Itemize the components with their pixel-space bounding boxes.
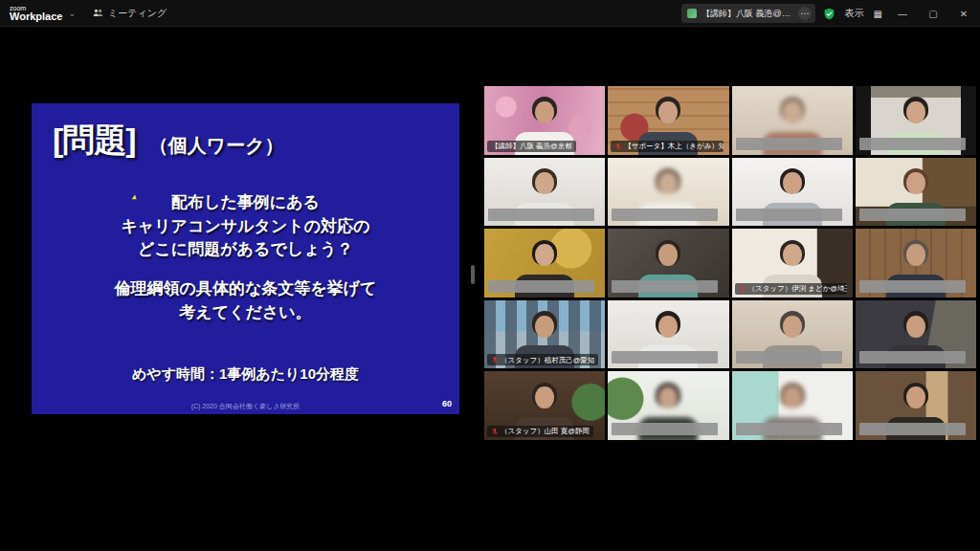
chevron-down-icon[interactable]: ⌄ — [68, 9, 76, 18]
text-line: キャリアコンサルタントの対応の — [32, 215, 459, 239]
participant-tile[interactable] — [608, 300, 728, 369]
tab-meeting[interactable]: ミーティング — [85, 7, 174, 20]
redacted-name-bar — [736, 351, 842, 364]
participant-tile[interactable] — [484, 158, 605, 227]
text-line: 考えてください。 — [32, 301, 459, 325]
participant-tile[interactable]: （スタッフ）植村茂己@愛知 — [484, 300, 605, 369]
participant-tile[interactable] — [608, 371, 728, 440]
slide-time-note: めやす時間：1事例あたり10分程度 — [32, 365, 459, 384]
participant-name-text: 【講師】八阪 義浩@京都 — [491, 143, 572, 150]
participant-name-label: 【サポータ】木上（きがみ）知裕 — [611, 141, 723, 152]
redacted-name-bar — [859, 138, 966, 150]
tab-meeting-label: ミーティング — [108, 7, 167, 20]
text-line: 配布した事例にある — [32, 191, 459, 215]
panel-resize-handle[interactable] — [471, 265, 475, 284]
participant-tile[interactable] — [732, 371, 853, 440]
participant-name-text: （スタッフ）植村茂己@愛知 — [501, 357, 594, 364]
shared-screen-thumbnail-icon — [687, 9, 697, 18]
participant-name-label: （スタッフ）山田 寛@静岡 — [487, 426, 593, 437]
tab-more-options-button[interactable]: ⋯ — [798, 7, 812, 20]
participant-name-text: 【サポータ】木上（きがみ）知裕 — [624, 143, 723, 150]
participant-gallery: 【講師】八阪 義浩@京都 【サポータ】木上（きがみ）知裕 （スタッフ）伊渕 まど… — [484, 86, 976, 440]
tab-shared-screen-label: 【講師】八阪 義浩@京都 さんの画面 — [702, 8, 793, 20]
mic-muted-icon — [491, 356, 499, 364]
tab-shared-screen[interactable]: 【講師】八阪 義浩@京都 さんの画面 ⋯ — [681, 4, 815, 23]
text-line: 倫理綱領の具体的な条文等を挙げて — [32, 277, 459, 301]
logo-text-workplace: Workplace — [10, 11, 62, 22]
participant-tile[interactable] — [484, 229, 605, 298]
participant-tile[interactable]: （スタッフ）山田 寛@静岡 — [484, 371, 605, 440]
participant-tile[interactable]: 【講師】八阪 義浩@京都 — [484, 86, 605, 155]
slide-title: [問題] — [53, 119, 136, 163]
title-bar: zoom Workplace ⌄ ミーティング 【講師】八阪 義浩@京都 さんの… — [0, 0, 980, 27]
redacted-name-bar — [859, 209, 966, 221]
mic-muted-icon — [491, 428, 499, 435]
participant-tile[interactable] — [732, 300, 853, 369]
participant-name-label: （スタッフ）植村茂己@愛知 — [487, 354, 598, 365]
participant-name-label: 【講師】八阪 義浩@京都 — [487, 141, 576, 152]
redacted-name-bar — [488, 209, 594, 221]
redacted-name-bar — [612, 351, 718, 364]
participant-name-label: （スタッフ）伊渕 まどか@埼玉 — [735, 283, 847, 295]
slide-question-text: 配布した事例にあるキャリアコンサルタントの対応のどこに問題があるでしょう？ — [32, 191, 459, 262]
minimize-button[interactable]: — — [892, 0, 913, 27]
view-grid-icon[interactable]: ▦ — [874, 9, 882, 19]
redacted-name-bar — [488, 280, 594, 293]
slide-subtitle: （個人ワーク） — [149, 133, 284, 163]
mic-muted-icon — [614, 143, 622, 150]
redacted-name-bar — [612, 423, 718, 435]
participant-tile[interactable] — [608, 158, 728, 227]
redacted-name-bar — [736, 423, 842, 435]
security-shield-icon[interactable] — [823, 8, 835, 20]
slide-page-number: 60 — [442, 399, 452, 408]
redacted-name-bar — [859, 423, 966, 435]
presentation-slide: [問題] （個人ワーク） 配布した事例にあるキャリアコンサルタントの対応のどこに… — [32, 103, 459, 414]
participant-tile[interactable] — [856, 300, 976, 369]
redacted-name-bar — [612, 280, 718, 293]
redacted-name-bar — [612, 209, 718, 221]
redacted-name-bar — [736, 138, 842, 150]
redacted-name-bar — [859, 351, 966, 364]
participant-name-text: （スタッフ）伊渕 まどか@埼玉 — [748, 285, 847, 293]
redacted-name-bar — [859, 280, 966, 293]
participant-name-text: （スタッフ）山田 寛@静岡 — [501, 428, 590, 435]
maximize-button[interactable]: ▢ — [923, 0, 944, 27]
mic-muted-icon — [739, 285, 746, 293]
participant-tile[interactable] — [856, 371, 976, 440]
participant-tile[interactable] — [732, 158, 853, 227]
participant-tile[interactable] — [856, 229, 976, 298]
view-button-label[interactable]: 表示 — [845, 7, 864, 20]
zoom-workplace-logo: zoom Workplace — [10, 5, 62, 22]
participant-tile[interactable]: （スタッフ）伊渕 まどか@埼玉 — [732, 229, 853, 298]
zoom-window: zoom Workplace ⌄ ミーティング 【講師】八阪 義浩@京都 さんの… — [0, 0, 980, 551]
redacted-name-bar — [736, 209, 842, 221]
close-button[interactable]: ✕ — [953, 0, 974, 27]
participant-tile[interactable] — [608, 229, 728, 298]
slide-instruction-text: 倫理綱領の具体的な条文等を挙げて考えてください。 — [32, 277, 459, 324]
text-line: どこに問題があるでしょう？ — [32, 238, 459, 262]
participant-tile[interactable] — [856, 158, 976, 227]
meeting-icon — [93, 8, 103, 18]
participant-tile[interactable] — [732, 86, 853, 155]
participant-tile[interactable]: 【サポータ】木上（きがみ）知裕 — [608, 86, 728, 155]
slide-copyright: (C) 2020 合同会社働く楽しさ研究所 — [32, 402, 459, 411]
participant-tile[interactable] — [856, 86, 976, 155]
shared-screen-area: [問題] （個人ワーク） 配布した事例にあるキャリアコンサルタントの対応のどこに… — [0, 27, 473, 551]
